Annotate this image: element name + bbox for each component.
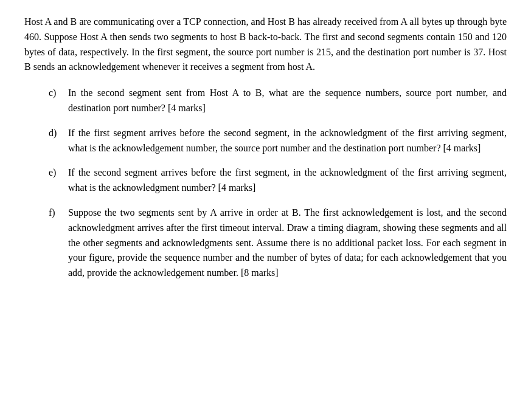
question-label: f) [49, 205, 68, 221]
question-label: c) [49, 86, 68, 101]
question-item: f)Suppose the two segments sent by A arr… [24, 205, 507, 281]
question-label: e) [49, 165, 68, 181]
question-text: Suppose the two segments sent by A arriv… [68, 205, 507, 281]
question-text: In the second segment sent from Host A t… [68, 86, 507, 116]
question-item: d)If the first segment arrives before th… [24, 126, 507, 156]
questions-list: c)In the second segment sent from Host A… [24, 86, 507, 281]
question-text: If the second segment arrives before the… [68, 165, 507, 196]
question-label: d) [49, 126, 68, 141]
intro-paragraph: Host A and B are communicating over a TC… [24, 15, 507, 75]
question-item: c)In the second segment sent from Host A… [24, 86, 507, 116]
question-item: e)If the second segment arrives before t… [24, 165, 507, 196]
question-text: If the first segment arrives before the … [68, 126, 507, 156]
